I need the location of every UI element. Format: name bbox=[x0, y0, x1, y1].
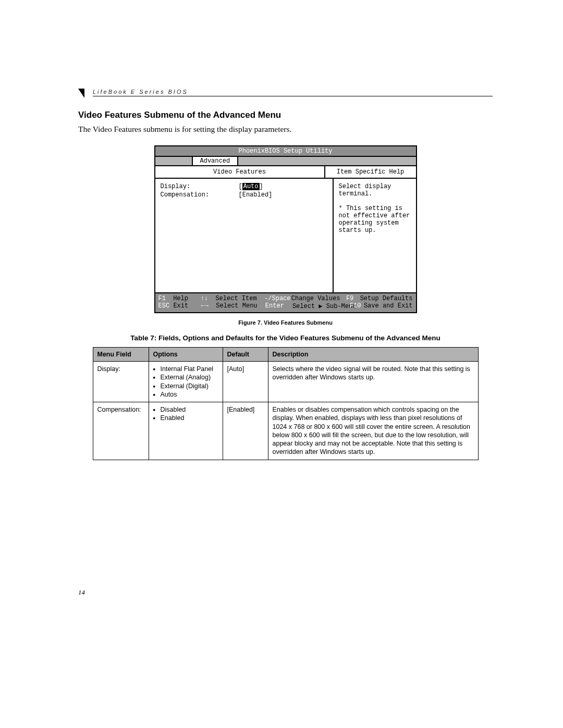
bios-field-label: Compensation: bbox=[161, 191, 239, 199]
running-header: LifeBook E Series BIOS bbox=[93, 89, 493, 95]
bios-exit-label: Exit bbox=[173, 302, 201, 310]
bios-screenshot: PhoenixBIOS Setup Utility Advanced Video… bbox=[154, 145, 417, 313]
cell-options: Disabled Enabled bbox=[149, 402, 223, 460]
bios-key-f1: F1 bbox=[158, 295, 174, 302]
table-row: Compensation: Disabled Enabled [Enabled]… bbox=[93, 402, 478, 460]
table-row: Display: Internal Flat Panel External (A… bbox=[93, 362, 478, 402]
cell-options: Internal Flat Panel External (Analog) Ex… bbox=[149, 362, 223, 402]
th-default: Default bbox=[223, 348, 268, 362]
page-number: 14 bbox=[78, 588, 85, 597]
bios-active-tab: Advanced bbox=[192, 157, 239, 165]
bios-field-compensation: Compensation: [Enabled] bbox=[161, 191, 327, 199]
list-item: Autos bbox=[161, 390, 218, 399]
cell-default: [Enabled] bbox=[223, 402, 268, 460]
bios-setup-defaults-label: Setup Defaults bbox=[360, 295, 413, 302]
bios-field-display: Display: [Auto] bbox=[161, 183, 327, 190]
bios-utility-title: PhoenixBIOS Setup Utility bbox=[155, 146, 416, 157]
bios-footer: F1 Help ↑↓ Select Item -/Space Change Va… bbox=[155, 292, 416, 312]
th-options: Options bbox=[149, 348, 223, 362]
bios-select-submenu-label: Select ▶ Sub-Menu bbox=[292, 302, 350, 310]
bios-select-item-label: Select Item bbox=[215, 295, 264, 302]
triangle-right-icon: ▶ bbox=[319, 302, 322, 310]
bios-key-f10: F10 bbox=[350, 302, 364, 310]
bios-key-arrows-h: ←→ bbox=[201, 302, 216, 310]
bios-field-label: Display: bbox=[161, 183, 239, 190]
cell-field: Display: bbox=[93, 362, 149, 402]
section-title: Video Features Submenu of the Advanced M… bbox=[78, 110, 493, 120]
th-description: Description bbox=[268, 348, 478, 362]
bios-main-panel: Display: [Auto] Compensation: [Enabled] bbox=[155, 179, 334, 292]
bios-field-value: [Enabled] bbox=[239, 191, 273, 199]
cell-default: [Auto] bbox=[223, 362, 268, 402]
bios-help-heading: Item Specific Help bbox=[325, 166, 416, 178]
bios-help-panel: Select display terminal. * This setting … bbox=[334, 179, 416, 292]
list-item: Disabled bbox=[161, 405, 218, 414]
table-header-row: Menu Field Options Default Description bbox=[93, 348, 478, 362]
bios-save-exit-label: Save and Exit bbox=[364, 302, 413, 310]
cell-field: Compensation: bbox=[93, 402, 149, 460]
figure-caption: Figure 7. Video Features Submenu bbox=[78, 319, 493, 326]
bios-key-arrows-v: ↑↓ bbox=[201, 295, 216, 302]
cell-description: Selects where the video signal will be r… bbox=[268, 362, 478, 402]
cell-description: Enables or disables compensation which c… bbox=[268, 402, 478, 460]
list-item: External (Analog) bbox=[161, 373, 218, 381]
table-caption: Table 7: Fields, Options and Defaults fo… bbox=[78, 334, 493, 342]
bios-key-enter: Enter bbox=[265, 302, 292, 310]
list-item: Enabled bbox=[161, 414, 218, 422]
options-table: Menu Field Options Default Description D… bbox=[93, 347, 479, 460]
bios-key-space: -/Space bbox=[264, 295, 291, 302]
header-rule bbox=[93, 96, 493, 96]
page-marker-icon bbox=[78, 89, 84, 98]
list-item: Internal Flat Panel bbox=[161, 365, 218, 373]
list-item: External (Digital) bbox=[161, 382, 218, 390]
bios-change-values-label: Change Values bbox=[291, 295, 346, 302]
bios-field-value: [Auto] bbox=[239, 183, 263, 190]
bios-select-menu-label: Select Menu bbox=[216, 302, 265, 310]
bios-help-label: Help bbox=[173, 295, 201, 302]
bios-main-heading: Video Features bbox=[155, 166, 325, 178]
th-menu-field: Menu Field bbox=[93, 348, 149, 362]
bios-key-f9: F9 bbox=[346, 295, 360, 302]
bios-key-esc: ESC bbox=[158, 302, 174, 310]
section-intro: The Video Features submenu is for settin… bbox=[78, 125, 493, 134]
bios-menubar: Advanced bbox=[155, 157, 416, 166]
